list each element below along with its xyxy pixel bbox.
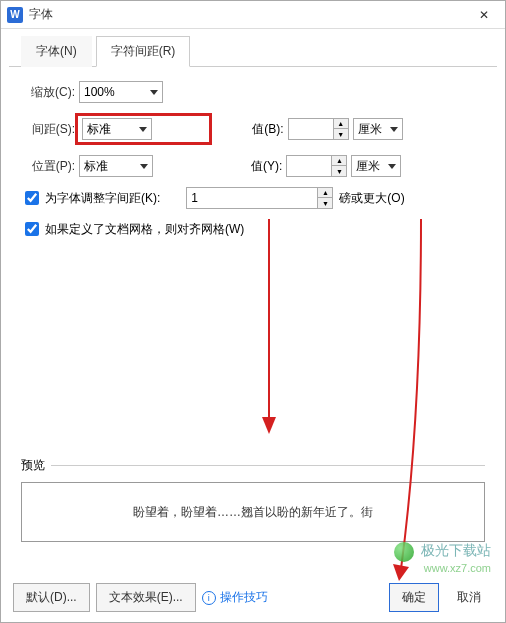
app-icon: W	[7, 7, 23, 23]
info-icon: i	[202, 591, 216, 605]
spinner-buttons: ▲ ▼	[331, 156, 346, 176]
value-b-unit-combo[interactable]: 厘米	[353, 118, 403, 140]
close-button[interactable]: ✕	[469, 4, 499, 26]
kerning-checkbox[interactable]	[25, 191, 39, 205]
value-b-label: 值(B):	[252, 121, 283, 138]
snap-row: 如果定义了文档网格，则对齐网格(W)	[21, 219, 485, 239]
value-b-unit: 厘米	[358, 121, 382, 138]
watermark-text: 极光下载站	[421, 542, 491, 558]
position-row: 位置(P): 标准 值(Y): ▲ ▼ 厘米	[21, 155, 485, 177]
value-y-input[interactable]	[287, 156, 331, 176]
scale-value: 100%	[84, 85, 146, 99]
close-icon: ✕	[479, 8, 489, 22]
value-b-spinner[interactable]: ▲ ▼	[288, 118, 349, 140]
preview-header: 预览	[21, 457, 485, 474]
chevron-down-icon	[388, 164, 396, 169]
position-combo[interactable]: 标准	[79, 155, 153, 177]
tab-character-spacing[interactable]: 字符间距(R)	[96, 36, 191, 67]
default-button[interactable]: 默认(D)...	[13, 583, 90, 612]
spinner-buttons: ▲ ▼	[317, 188, 332, 208]
watermark-logo-icon	[394, 542, 414, 562]
spacing-highlight-box: 标准	[75, 113, 212, 145]
chevron-down-icon	[139, 127, 147, 132]
kerning-input[interactable]	[187, 188, 317, 208]
chevron-down-icon	[390, 127, 398, 132]
value-y-unit-combo[interactable]: 厘米	[351, 155, 401, 177]
content-area: 缩放(C): 100% 间距(S): 标准 值(B): ▲ ▼ 厘米	[1, 67, 505, 263]
scale-combo[interactable]: 100%	[79, 81, 163, 103]
spinner-buttons: ▲ ▼	[333, 119, 348, 139]
titlebar: W 字体 ✕	[1, 1, 505, 29]
preview-title: 预览	[21, 457, 45, 474]
value-y-spinner[interactable]: ▲ ▼	[286, 155, 347, 177]
snap-checkbox[interactable]	[25, 222, 39, 236]
tab-bar: 字体(N) 字符间距(R)	[9, 29, 497, 67]
kerning-unit: 磅或更大(O)	[339, 190, 404, 207]
value-b-input[interactable]	[289, 119, 333, 139]
svg-marker-1	[262, 417, 276, 434]
spinner-down[interactable]: ▼	[334, 129, 348, 139]
watermark: 极光下载站 www.xz7.com	[394, 542, 491, 574]
spacing-row: 间距(S): 标准 值(B): ▲ ▼ 厘米	[21, 113, 485, 145]
watermark-url: www.xz7.com	[394, 562, 491, 574]
preview-section: 预览 盼望着，盼望着……翘首以盼的新年近了。街	[21, 457, 485, 542]
spinner-up[interactable]: ▲	[334, 119, 348, 129]
spinner-down[interactable]: ▼	[318, 198, 332, 208]
tips-link[interactable]: i 操作技巧	[202, 589, 268, 606]
value-y-unit: 厘米	[356, 158, 380, 175]
text-effect-button[interactable]: 文本效果(E)...	[96, 583, 196, 612]
position-label: 位置(P):	[21, 158, 75, 175]
tips-label: 操作技巧	[220, 589, 268, 606]
svg-marker-2	[393, 564, 409, 581]
scale-row: 缩放(C): 100%	[21, 81, 485, 103]
spinner-up[interactable]: ▲	[318, 188, 332, 198]
spacing-label: 间距(S):	[21, 121, 75, 138]
preview-text: 盼望着，盼望着……翘首以盼的新年近了。街	[133, 504, 373, 521]
kerning-row: 为字体调整字间距(K): ▲ ▼ 磅或更大(O)	[21, 187, 485, 209]
spinner-up[interactable]: ▲	[332, 156, 346, 166]
spacing-value: 标准	[87, 121, 135, 138]
window-title: 字体	[29, 6, 469, 23]
chevron-down-icon	[140, 164, 148, 169]
scale-label: 缩放(C):	[21, 84, 75, 101]
value-y-label: 值(Y):	[251, 158, 282, 175]
chevron-down-icon	[150, 90, 158, 95]
bottom-bar: 默认(D)... 文本效果(E)... i 操作技巧 确定 取消	[13, 583, 493, 612]
spinner-down[interactable]: ▼	[332, 166, 346, 176]
snap-label: 如果定义了文档网格，则对齐网格(W)	[45, 221, 244, 238]
spacing-combo[interactable]: 标准	[82, 118, 152, 140]
ok-button[interactable]: 确定	[389, 583, 439, 612]
position-value: 标准	[84, 158, 136, 175]
cancel-button[interactable]: 取消	[445, 584, 493, 611]
preview-box: 盼望着，盼望着……翘首以盼的新年近了。街	[21, 482, 485, 542]
preview-divider	[51, 465, 485, 466]
kerning-spinner[interactable]: ▲ ▼	[186, 187, 333, 209]
kerning-label: 为字体调整字间距(K):	[45, 190, 160, 207]
tab-font[interactable]: 字体(N)	[21, 36, 92, 67]
